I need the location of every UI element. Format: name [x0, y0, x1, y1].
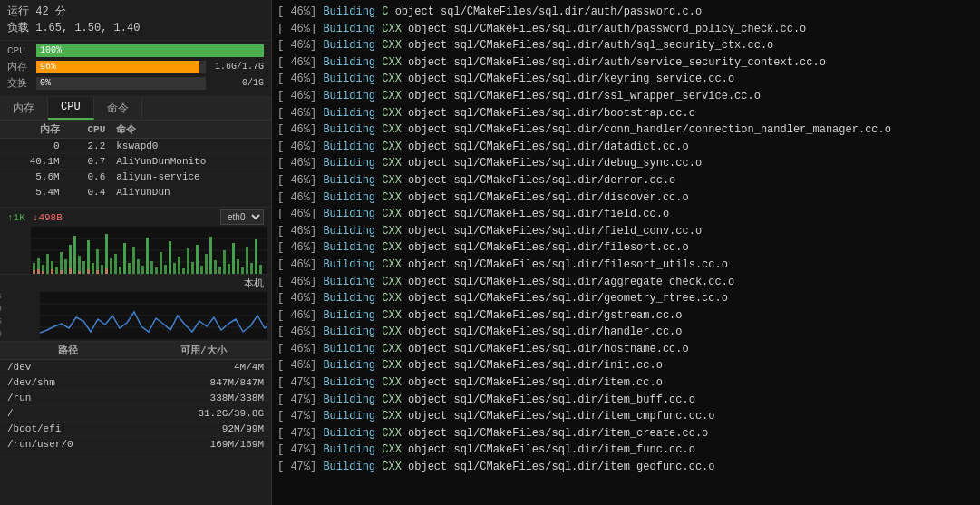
swap-bar-container: 0%: [36, 77, 206, 90]
log-line: [ 46%] Building CXX object sql/CMakeFile…: [277, 357, 975, 374]
lat-y-69: 69: [0, 305, 2, 314]
log-pct: [ 46%]: [277, 241, 316, 254]
process-table: 内存 CPU 命令 0 2.2 kswapd0 40.1M 0.7 AliYun…: [0, 121, 271, 207]
log-pct: [ 46%]: [277, 174, 316, 187]
log-building: Building: [323, 410, 375, 422]
eth-select[interactable]: eth0: [220, 209, 264, 225]
log-type: CXX: [382, 73, 402, 85]
log-building: Building: [323, 461, 375, 473]
svg-rect-54: [33, 270, 35, 274]
uptime-label: 运行 42 分: [7, 4, 264, 20]
log-line: [ 46%] Building CXX object sql/CMakeFile…: [277, 37, 975, 54]
cpu-bar: [36, 44, 264, 57]
log-pct: [ 46%]: [277, 5, 316, 18]
disk-section: 路径 可用/大小 /dev 4M/4M /dev/shm 847M/847M /…: [0, 341, 271, 505]
log-path: object sql/CMakeFiles/sql.dir/debug_sync…: [408, 157, 702, 170]
log-path: object sql/CMakeFiles/sql.dir/item_geofu…: [408, 461, 714, 473]
net-y-0: 0: [0, 265, 2, 274]
log-building: Building: [323, 107, 375, 120]
svg-rect-42: [209, 237, 212, 274]
disk-avail: 338M/338M: [136, 391, 272, 406]
svg-rect-59: [69, 268, 72, 274]
log-building: Building: [323, 208, 375, 220]
network-section: ↑1K ↓498B eth0 46K 32K 16K 0: [0, 207, 271, 274]
svg-rect-44: [218, 267, 221, 274]
log-type: CXX: [382, 309, 402, 322]
net-y-16k: 16K: [0, 252, 2, 261]
proc-mem: 40.1M: [0, 154, 65, 170]
mem-metric: 内存 96% 1.6G/1.7G: [7, 60, 264, 73]
log-path: object sql/CMakeFiles/sql.dir/derror.cc.…: [408, 174, 675, 187]
svg-rect-45: [223, 250, 226, 274]
log-path: object sql/CMakeFiles/sql.dir/datadict.c…: [408, 141, 689, 153]
build-log-panel[interactable]: [ 46%] Building C object sql/CMakeFiles/…: [272, 0, 980, 505]
log-path: object sql/CMakeFiles/sql.dir/gstream.cc…: [408, 309, 682, 322]
log-building: Building: [323, 241, 375, 254]
tab-cmd[interactable]: 命令: [94, 97, 142, 120]
log-path: object sql/CMakeFiles/sql.dir/item.cc.o: [408, 376, 663, 389]
log-type: CXX: [382, 325, 402, 338]
log-type: CXX: [382, 157, 402, 170]
log-building: Building: [323, 191, 375, 204]
svg-rect-53: [259, 265, 262, 274]
log-path: object sql/CMakeFiles/sql.dir/discover.c…: [408, 191, 689, 204]
svg-rect-47: [232, 243, 235, 274]
log-line: [ 46%] Building CXX object sql/CMakeFile…: [277, 239, 975, 257]
log-path: object sql/CMakeFiles/sql.dir/auth/sql_s…: [408, 39, 773, 52]
log-line: [ 46%] Building CXX object sql/CMakeFile…: [277, 21, 975, 38]
latency-chart: [40, 292, 267, 339]
disk-row: /dev 4M/4M: [0, 360, 271, 375]
svg-rect-28: [146, 238, 149, 274]
net-y-32k: 32K: [0, 239, 2, 248]
log-pct: [ 46%]: [277, 359, 316, 372]
log-path: object sql/CMakeFiles/sql.dir/field.cc.o: [408, 208, 669, 220]
svg-rect-55: [37, 269, 40, 274]
mem-label: 内存: [7, 60, 33, 73]
log-pct: [ 46%]: [277, 225, 316, 238]
disk-avail: 31.2G/39.8G: [136, 406, 272, 422]
log-building: Building: [323, 325, 375, 338]
interface-selector[interactable]: eth0: [220, 209, 264, 225]
log-pct: [ 47%]: [277, 393, 316, 406]
cpu-metric: CPU 100%: [7, 44, 264, 57]
log-pct: [ 46%]: [277, 276, 316, 288]
svg-rect-17: [96, 249, 99, 274]
log-building: Building: [323, 292, 375, 305]
log-line: [ 46%] Building CXX object sql/CMakeFile…: [277, 324, 975, 341]
lat-y-0: 0: [0, 330, 2, 339]
svg-rect-18: [101, 265, 103, 274]
disk-table: 路径 可用/大小 /dev 4M/4M /dev/shm 847M/847M /…: [0, 342, 271, 452]
log-line: [ 46%] Building CXX object sql/CMakeFile…: [277, 139, 975, 156]
load-label: 负载 1.65, 1.50, 1.40: [7, 20, 264, 36]
cpu-bar-container: 100%: [36, 44, 264, 57]
log-building: Building: [323, 73, 375, 85]
log-building: Building: [323, 359, 375, 372]
disk-path: /run/user/0: [0, 437, 136, 452]
log-line: [ 47%] Building CXX object sql/CMakeFile…: [277, 442, 975, 459]
net-chart: [31, 227, 267, 274]
log-type: CXX: [382, 225, 402, 238]
svg-rect-12: [73, 236, 76, 274]
svg-rect-63: [105, 268, 108, 274]
log-type: CXX: [382, 241, 402, 254]
log-path: object sql/CMakeFiles/sql.dir/item_cmpfu…: [408, 410, 714, 422]
log-path: object sql/CMakeFiles/sql.dir/auth/passw…: [408, 23, 806, 35]
tab-mem[interactable]: 内存: [0, 97, 48, 120]
log-path: object sql/CMakeFiles/sql.dir/item_func.…: [408, 443, 695, 456]
svg-rect-19: [105, 234, 108, 274]
swap-metric: 交换 0% 0/1G: [7, 76, 264, 90]
log-line: [ 47%] Building CXX object sql/CMakeFile…: [277, 392, 975, 409]
latency-chart-labels: 18ms 69 34.5 0: [0, 292, 4, 339]
net-chart-wrapper: 46K 32K 16K 0: [4, 227, 267, 274]
log-type: CXX: [382, 141, 402, 153]
log-pct: [ 46%]: [277, 191, 316, 204]
log-pct: [ 47%]: [277, 461, 316, 473]
log-building: Building: [323, 225, 375, 238]
log-pct: [ 46%]: [277, 73, 316, 85]
disk-avail: 169M/169M: [136, 437, 272, 452]
log-type: CXX: [382, 23, 402, 35]
log-pct: [ 46%]: [277, 208, 316, 220]
disk-avail: 4M/4M: [136, 360, 272, 375]
log-type: CXX: [382, 393, 402, 406]
tab-cpu[interactable]: CPU: [48, 97, 94, 120]
